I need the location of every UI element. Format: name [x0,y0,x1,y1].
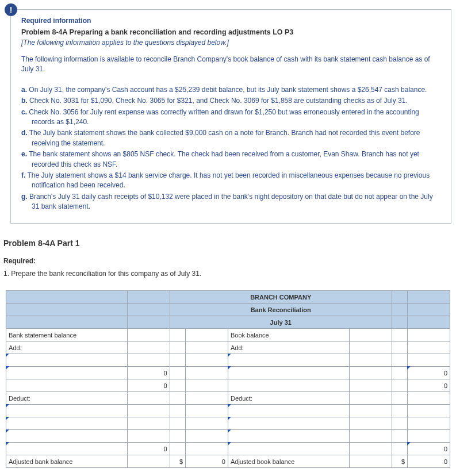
book-add-desc-3[interactable] [228,379,349,392]
item-c-marker: c. [21,108,27,116]
bank-statement-balance-label[interactable]: Bank statement balance [6,329,128,341]
bank-col-d[interactable] [186,329,228,341]
required-information-heading: Required information [21,17,440,25]
book-ded-amt-2[interactable] [349,417,392,430]
book-add-desc-2[interactable] [228,367,349,379]
bank-ded-line-4[interactable] [186,443,228,455]
book-ded-amt-3[interactable] [349,430,392,443]
item-e-marker: e. [21,150,27,158]
item-e-text: The bank statement shows an $805 NSF che… [27,150,419,168]
book-col-d[interactable] [408,329,450,341]
book-balance-label[interactable]: Book balance [228,329,349,341]
bank-add-line-2[interactable] [186,367,228,379]
bank-ded-amt-2[interactable] [127,417,170,430]
bank-col-c[interactable] [170,329,185,341]
bank-add-amt-2[interactable]: 0 [127,367,170,379]
company-header: BRANCH COMPANY [170,291,392,304]
book-add-line-3[interactable]: 0 [408,379,450,392]
item-a: a. On July 31, the company's Cash accoun… [21,85,440,95]
book-add-desc-1[interactable] [228,354,349,367]
item-f-text: The July statement shows a $14 bank serv… [25,171,430,189]
book-col-c[interactable] [392,329,407,341]
book-ded-desc-1[interactable] [228,405,349,417]
item-a-text: On July 31, the company's Cash account h… [27,86,427,94]
item-d: d. The July bank statement shows the ban… [21,128,440,148]
bank-add-desc-3[interactable] [6,379,128,392]
bank-ded-amt-3[interactable] [127,430,170,443]
item-g-text: Branch's July 31 daily cash receipts of … [28,193,433,210]
book-ded-amt-4[interactable] [349,443,392,455]
item-b-marker: b. [21,97,28,105]
book-add-line-2[interactable]: 0 [408,367,450,379]
bank-ded-amt-4[interactable]: 0 [127,443,170,455]
part-title: Problem 8-4A Part 1 [3,239,456,248]
book-add-amt-1[interactable] [349,354,392,367]
book-ded-desc-4[interactable] [228,443,349,455]
reconciliation-table-wrapper: BRANCH COMPANY Bank Reconciliation July … [6,290,450,468]
bank-ded-desc-4[interactable] [6,443,128,455]
item-c: c. Check No. 3056 for July rent expense … [21,108,440,128]
book-deduct-label: Deduct: [228,392,349,405]
item-g: g. Branch's July 31 daily cash receipts … [21,192,440,212]
bank-ded-desc-1[interactable] [6,405,128,417]
book-add-line-1[interactable] [408,354,450,367]
item-a-marker: a. [21,86,27,94]
date-header: July 31 [170,316,392,329]
bank-add-label: Add: [6,341,128,354]
item-b: b. Check No. 3031 for $1,090, Check No. … [21,96,440,106]
adjusted-bank-amount[interactable]: 0 [186,455,228,468]
task-text: 1. Prepare the bank reconciliation for t… [3,270,456,278]
info-badge-icon: ! [5,3,17,16]
adjusted-book-amount[interactable]: 0 [408,455,450,468]
bank-add-amt-3[interactable]: 0 [127,379,170,392]
item-d-marker: d. [21,129,28,137]
required-label: Required: [3,257,456,265]
applies-note: [The following information applies to th… [21,39,440,47]
bank-add-line-3[interactable] [186,379,228,392]
adjusted-bank-label: Adjusted bank balance [6,455,128,468]
item-g-marker: g. [21,193,28,201]
book-add-amt-2[interactable] [349,367,392,379]
book-ded-amt-1[interactable] [349,405,392,417]
bank-add-amt-1[interactable] [127,354,170,367]
reconciliation-table: BRANCH COMPANY Bank Reconciliation July … [6,290,450,468]
book-ded-desc-3[interactable] [228,430,349,443]
item-f: f. The July statement shows a $14 bank s… [21,171,440,191]
bank-add-desc-2[interactable] [6,367,128,379]
bank-ded-desc-3[interactable] [6,430,128,443]
book-add-label: Add: [228,341,349,354]
bank-col-b[interactable] [127,329,170,341]
item-e: e. The bank statement shows an $805 NSF … [21,149,440,170]
problem-title: Problem 8-4A Preparing a bank reconcilia… [21,28,440,36]
adjusted-book-label: Adjusted book balance [228,455,349,468]
item-b-text: Check No. 3031 for $1,090, Check No. 306… [28,97,408,105]
bank-deduct-label: Deduct: [6,392,128,405]
required-information-panel: Required information Problem 8-4A Prepar… [10,9,451,224]
book-add-amt-3[interactable] [349,379,392,392]
bank-add-desc-1[interactable] [6,354,128,367]
bank-add-line-1[interactable] [186,354,228,367]
adjusted-book-currency: $ [392,455,407,468]
bank-ded-desc-2[interactable] [6,417,128,430]
item-d-text: The July bank statement shows the bank c… [28,129,420,147]
intro-paragraph: The following information is available t… [21,55,440,75]
book-col-b[interactable] [349,329,392,341]
bank-ded-amt-1[interactable] [127,405,170,417]
adjusted-bank-currency: $ [170,455,185,468]
item-c-text: Check No. 3056 for July rent expense was… [27,108,419,126]
book-ded-desc-2[interactable] [228,417,349,430]
reconciliation-header: Bank Reconciliation [170,304,392,316]
book-ded-line-4[interactable]: 0 [408,443,450,455]
